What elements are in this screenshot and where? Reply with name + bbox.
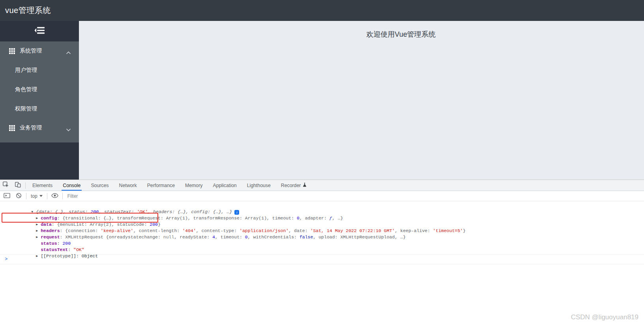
chevron-down-icon [66, 126, 71, 129]
console-message-group: ▼{data: {…}, status: 200, statusText: 'O… [0, 202, 644, 255]
sidebar-item-label: 用户管理 [15, 67, 37, 74]
expander-closed-icon[interactable]: ▶ [36, 215, 41, 221]
sidebar-group-system[interactable]: 系统管理 [0, 41, 79, 60]
prompt-chevron-icon: > [5, 257, 7, 262]
tab-sources[interactable]: Sources [86, 180, 114, 191]
tab-label: Elements [32, 183, 52, 188]
info-icon: i [234, 210, 239, 215]
sidebar-collapse-button[interactable] [0, 21, 79, 41]
console-toolbar: top [0, 191, 644, 201]
tab-recorder[interactable]: Recorder [276, 180, 312, 191]
tab-memory[interactable]: Memory [180, 180, 208, 191]
console-output: ▼{data: {…}, status: 200, statusText: 'O… [0, 201, 644, 264]
sidebar-group-label: 系统管理 [20, 47, 66, 54]
devtools-panel: Elements Console Sources Network Perform… [0, 180, 644, 326]
tab-label: Performance [147, 183, 175, 188]
console-line-statustext: statusText: "OK" [0, 240, 644, 247]
device-toolbar-button[interactable] [12, 180, 24, 191]
menu-fold-icon [34, 26, 45, 36]
sidebar-item-permissions[interactable]: 权限管理 [0, 99, 79, 118]
tab-label: Memory [185, 183, 202, 188]
expander-closed-icon[interactable]: ▶ [36, 253, 41, 259]
sidebar-group-label: 业务管理 [20, 124, 66, 131]
experiment-flask-icon [303, 182, 307, 188]
tab-label: Sources [91, 183, 109, 188]
tab-label: Console [63, 183, 80, 188]
live-expression-button[interactable] [49, 193, 61, 199]
eye-icon [51, 193, 58, 199]
tab-application[interactable]: Application [208, 180, 242, 191]
app-header: vue管理系统 [0, 0, 644, 21]
dropdown-caret-icon [39, 195, 43, 197]
tab-lighthouse[interactable]: Lighthouse [242, 180, 276, 191]
grid-menu-icon [9, 125, 15, 131]
devtools-tabbar: Elements Console Sources Network Perform… [0, 180, 644, 191]
console-sidebar-button[interactable] [1, 193, 13, 200]
sidebar-group-business[interactable]: 业务管理 [0, 118, 79, 137]
expander-open-icon[interactable]: ▼ [31, 209, 36, 215]
toolbar-separator [25, 182, 26, 189]
sidebar-menu: 系统管理 用户管理 角色管理 权限管理 [0, 41, 79, 142]
watermark: CSDN @liguoyuan819 [571, 313, 638, 321]
console-line-prototype: ▶[[Prototype]]: Object [0, 247, 644, 253]
welcome-text: 欢迎使用Vue管理系统 [79, 30, 644, 39]
sidebar-item-roles[interactable]: 角色管理 [0, 80, 79, 99]
grid-menu-icon [9, 48, 15, 54]
chevron-up-icon [66, 49, 71, 52]
toolbar-separator [26, 193, 26, 199]
inspect-element-button[interactable] [0, 180, 12, 191]
tab-elements[interactable]: Elements [27, 180, 58, 191]
clear-console-button[interactable] [13, 193, 24, 200]
tab-label: Application [213, 183, 236, 188]
sidebar-item-label: 权限管理 [15, 105, 37, 112]
app-title: vue管理系统 [5, 5, 51, 16]
page-body: 系统管理 用户管理 角色管理 权限管理 [0, 21, 644, 180]
expander-closed-icon[interactable]: ▶ [36, 221, 41, 228]
tab-label: Network [119, 183, 137, 188]
tab-console[interactable]: Console [58, 180, 86, 191]
context-selector[interactable]: top [28, 193, 45, 199]
sidebar-item-label: 角色管理 [15, 86, 37, 93]
clear-console-icon [16, 193, 22, 200]
device-toolbar-icon [14, 181, 21, 190]
tab-performance[interactable]: Performance [142, 180, 180, 191]
tab-label: Recorder [281, 183, 301, 188]
sidebar-item-users[interactable]: 用户管理 [0, 60, 79, 80]
context-selector-label: top [31, 193, 37, 199]
toolbar-separator [47, 193, 47, 199]
inspect-cursor-icon [2, 181, 9, 190]
console-line-preview: ▼{data: {…}, status: 200, statusText: 'O… [0, 202, 644, 209]
expander-closed-icon[interactable]: ▶ [36, 228, 41, 234]
expander-closed-icon[interactable]: ▶ [36, 234, 41, 240]
main-content: 欢迎使用Vue管理系统 [79, 21, 644, 180]
console-sidebar-icon [4, 193, 10, 200]
console-filter-input[interactable] [67, 193, 186, 199]
toolbar-separator [62, 193, 63, 199]
sidebar: 系统管理 用户管理 角色管理 权限管理 [0, 21, 79, 180]
tab-label: Lighthouse [247, 183, 271, 188]
tab-network[interactable]: Network [114, 180, 142, 191]
